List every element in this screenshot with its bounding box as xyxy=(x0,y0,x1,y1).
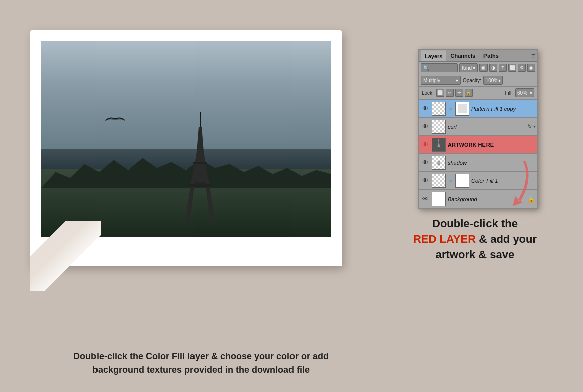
eye-icon-1[interactable]: 👁 xyxy=(421,122,430,131)
opacity-arrow-icon: ▾ xyxy=(498,78,501,83)
lock-all-btn[interactable]: 🔒 xyxy=(465,89,473,97)
fx-badge-1: fx ▾ xyxy=(527,124,535,129)
instructions-title: Double-click the RED LAYER & add your ar… xyxy=(407,216,543,262)
lock-row: Lock: ⬜ ✏ ✛ 🔒 Fill: 60% ▾ xyxy=(419,87,537,100)
svg-rect-7 xyxy=(200,112,201,116)
eiffel-tower-icon xyxy=(182,112,218,222)
photo-mockup xyxy=(30,30,352,291)
eye-icon-4[interactable]: 👁 xyxy=(421,176,430,185)
layer-thumb-1 xyxy=(432,120,446,134)
svg-rect-3 xyxy=(190,184,210,187)
svg-marker-1 xyxy=(205,182,215,222)
filter-icons: ▣ ◑ T ⬜ ⚙ ◉ xyxy=(479,64,535,72)
lock-move-btn[interactable]: ✛ xyxy=(455,89,463,97)
layer-row-artwork[interactable]: 👁 ARTWORK HERE xyxy=(419,136,537,154)
layer-thumb-4b xyxy=(455,174,469,188)
dropdown-arrow-icon: ▾ xyxy=(473,65,475,71)
link-icon-4: 🔗 xyxy=(448,178,453,183)
bird-icon xyxy=(105,116,125,124)
instructions-text: Double-click the RED LAYER & add your ar… xyxy=(407,216,543,262)
tab-channels[interactable]: Channels xyxy=(446,50,479,61)
artwork-thumb-icon xyxy=(432,138,445,151)
layer-row-curl[interactable]: 👁 curl fx ▾ xyxy=(419,118,537,136)
eye-icon-0[interactable]: 👁 xyxy=(421,104,430,113)
blend-row: Multiply ▾ Opacity: 100% ▾ xyxy=(419,74,537,87)
eye-icon-3[interactable]: 👁 xyxy=(421,158,430,167)
filter-smart-icon[interactable]: ⚙ xyxy=(518,64,526,72)
opacity-input[interactable]: 100% ▾ xyxy=(483,76,503,85)
eye-icon-2[interactable]: 👁 xyxy=(421,140,430,149)
filter-type-icon[interactable]: T xyxy=(499,64,507,72)
search-row: 🔍 Kind ▾ ▣ ◑ T ⬜ ⚙ ◉ xyxy=(419,62,537,74)
layer-thumb-4a xyxy=(432,174,446,188)
layer-name-0: Pattern Fill 1 copy xyxy=(471,106,535,112)
blend-mode-dropdown[interactable]: Multiply ▾ xyxy=(421,76,461,85)
search-box[interactable]: 🔍 xyxy=(421,63,458,72)
filter-toggle-icon[interactable]: ◉ xyxy=(527,64,535,72)
layer-thumb-3: ▓ xyxy=(432,156,446,170)
svg-rect-4 xyxy=(193,162,207,164)
lock-transparent-btn[interactable]: ⬜ xyxy=(436,89,444,97)
tab-layers[interactable]: Layers xyxy=(421,50,446,61)
filter-pixel-icon[interactable]: ▣ xyxy=(479,64,488,72)
svg-marker-0 xyxy=(185,182,195,222)
layer-row-pattern-fill-copy[interactable]: 👁 ⬞ 🔗 Pattern Fill 1 copy xyxy=(419,100,537,118)
lock-icons: ⬜ ✏ ✛ 🔒 xyxy=(436,89,473,97)
bottom-text-line2: background textures provided in the down… xyxy=(30,363,372,377)
lock-paint-btn[interactable]: ✏ xyxy=(446,89,454,97)
page-curl xyxy=(30,221,101,291)
photo-image xyxy=(41,41,331,237)
search-icon: 🔍 xyxy=(423,65,429,71)
layer-name-2: ARTWORK HERE xyxy=(448,142,535,148)
bottom-instructions: Double-click the Color Fill layer & choo… xyxy=(30,350,372,377)
link-icon-0: 🔗 xyxy=(448,106,453,111)
arrow-icon xyxy=(485,156,535,216)
panel-tabs: Layers Channels Paths ≡ xyxy=(419,50,537,62)
svg-marker-5 xyxy=(197,127,204,152)
bottom-text-line1: Double-click the Color Fill layer & choo… xyxy=(30,350,372,363)
layer-name-1: curl xyxy=(448,124,525,130)
layer-thumb-0b xyxy=(455,102,469,116)
filter-adjust-icon[interactable]: ◑ xyxy=(489,64,497,72)
blend-arrow-icon: ▾ xyxy=(456,78,458,83)
eye-icon-5[interactable]: 👁 xyxy=(421,194,430,204)
kind-dropdown[interactable]: Kind ▾ xyxy=(459,63,478,72)
tab-paths[interactable]: Paths xyxy=(479,50,503,61)
layer-thumb-2 xyxy=(432,138,446,152)
fill-input[interactable]: 60% ▾ xyxy=(515,88,534,97)
fill-arrow-icon: ▾ xyxy=(530,90,532,96)
panel-menu-icon[interactable]: ≡ xyxy=(531,52,535,60)
svg-marker-2 xyxy=(191,152,209,182)
layer-thumb-5 xyxy=(432,192,446,206)
layer-thumb-0a: ⬞ xyxy=(432,102,446,116)
filter-shape-icon[interactable]: ⬜ xyxy=(508,64,516,72)
